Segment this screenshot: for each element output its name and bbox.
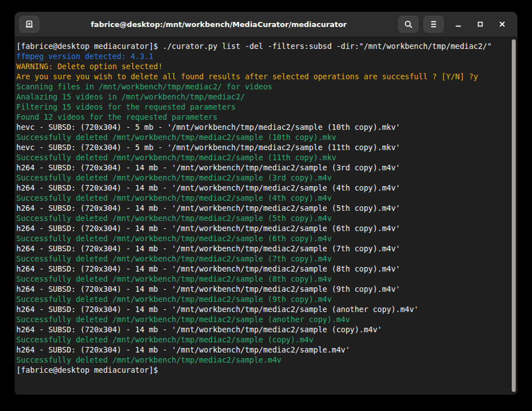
terminal-viewport[interactable]: [fabrice@desktop mediacurator]$ ./curato… <box>15 37 517 394</box>
terminal-line: Are you sure you wish to delete all foun… <box>16 71 510 82</box>
terminal-line: Successfully deleted /mnt/workbench/tmp/… <box>16 274 510 284</box>
terminal-line: h264 - SUBSD: (720x304) - 14 mb - '/mnt/… <box>16 183 510 193</box>
titlebar-right-controls <box>398 16 510 33</box>
titlebar[interactable]: fabrice@desktop:/mnt/workbench/MediaCura… <box>15 12 517 37</box>
terminal-line: h264 - SUBSD: (720x304) - 14 mb - '/mnt/… <box>16 203 510 213</box>
menu-button[interactable] <box>423 16 444 33</box>
terminal-line: hevc - SUBSD: (720x304) - 5 mb - '/mnt/w… <box>16 142 510 152</box>
terminal-line: ffmpeg version detected: 4.3.1 <box>16 51 510 61</box>
terminal-line: Successfully deleted /mnt/workbench/tmp/… <box>16 233 510 243</box>
search-icon <box>404 20 413 29</box>
close-button[interactable] <box>495 17 510 31</box>
terminal-line: WARNING: Delete option selected! <box>16 61 510 71</box>
terminal-line: h264 - SUBSD: (720x304) - 14 mb - '/mnt/… <box>16 264 510 274</box>
scrollbar-thumb[interactable] <box>512 39 516 392</box>
new-tab-button[interactable] <box>19 16 39 33</box>
maximize-button[interactable] <box>473 17 488 31</box>
terminal-line: h264 - SUBSD: (720x304) - 14 mb - '/mnt/… <box>16 243 510 254</box>
terminal-line: h264 - SUBSD: (720x304) - 14 mb - '/mnt/… <box>16 345 510 355</box>
terminal-line: Successfully deleted /mnt/workbench/tmp/… <box>16 213 510 223</box>
terminal-line: Successfully deleted /mnt/workbench/tmp/… <box>16 152 510 162</box>
terminal-line: Found 12 videos for the requested parame… <box>16 112 510 122</box>
maximize-icon <box>476 20 484 28</box>
minimize-icon <box>454 20 462 28</box>
terminal-line: Filtering 15 videos for the requested pa… <box>16 102 510 112</box>
terminal-line: [fabrice@desktop mediacurator]$ ./curato… <box>16 41 510 51</box>
terminal-line: Scanning files in /mnt/workbench/tmp/med… <box>16 82 510 92</box>
close-icon <box>498 20 506 28</box>
hamburger-menu-icon <box>429 20 438 28</box>
terminal-output: [fabrice@desktop mediacurator]$ ./curato… <box>16 41 510 375</box>
window-title: fabrice@desktop:/mnt/workbench/MediaCura… <box>39 20 398 29</box>
terminal-window: fabrice@desktop:/mnt/workbench/MediaCura… <box>15 12 517 395</box>
terminal-line: Successfully deleted /mnt/workbench/tmp/… <box>16 355 510 365</box>
search-button[interactable] <box>398 16 418 33</box>
terminal-line: Successfully deleted /mnt/workbench/tmp/… <box>16 294 510 304</box>
terminal-line: Successfully deleted /mnt/workbench/tmp/… <box>16 254 510 264</box>
terminal-line: [fabrice@desktop mediacurator]$ <box>16 365 510 375</box>
terminal-line: Successfully deleted /mnt/workbench/tmp/… <box>16 193 510 203</box>
terminal-line: Successfully deleted /mnt/workbench/tmp/… <box>16 132 510 142</box>
terminal-line: h264 - SUBSD: (720x304) - 14 mb - '/mnt/… <box>16 223 510 233</box>
terminal-line: Successfully deleted /mnt/workbench/tmp/… <box>16 335 510 345</box>
scrollbar-track[interactable] <box>511 38 516 393</box>
terminal-line: Analazing 15 videos in /mnt/workbench/tm… <box>16 92 510 102</box>
new-tab-icon <box>24 19 34 29</box>
terminal-line: hevc - SUBSD: (720x304) - 5 mb - '/mnt/w… <box>16 122 510 132</box>
terminal-line: h264 - SUBSD: (720x304) - 14 mb - '/mnt/… <box>16 284 510 294</box>
terminal-line: h264 - SUBSD: (720x304) - 14 mb - '/mnt/… <box>16 304 510 314</box>
minimize-button[interactable] <box>451 17 466 31</box>
terminal-line: Successfully deleted /mnt/workbench/tmp/… <box>16 314 510 324</box>
terminal-line: h264 - SUBSD: (720x304) - 14 mb - '/mnt/… <box>16 324 510 335</box>
terminal-line: h264 - SUBSD: (720x304) - 14 mb - '/mnt/… <box>16 162 510 173</box>
terminal-line: Successfully deleted /mnt/workbench/tmp/… <box>16 173 510 183</box>
